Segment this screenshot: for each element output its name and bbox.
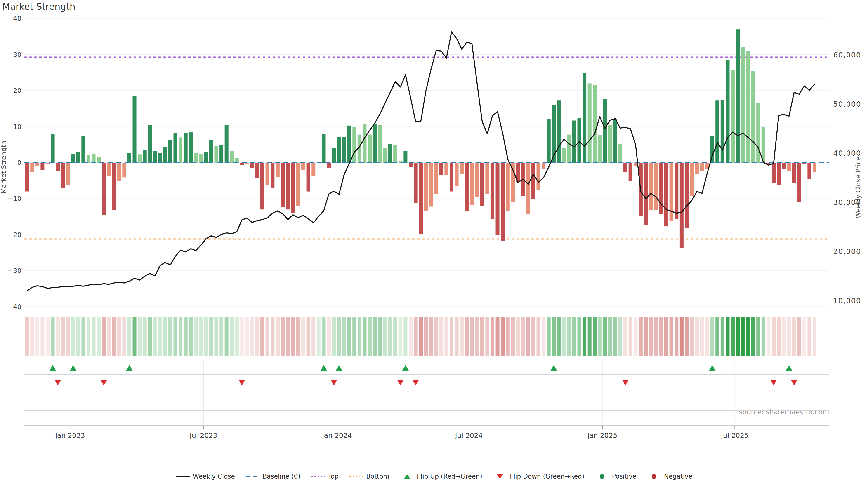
strength-bar (117, 163, 121, 182)
strength-bar (189, 132, 193, 163)
heatmap-cell (623, 317, 627, 356)
strength-bar (311, 163, 315, 175)
strength-bar (562, 148, 566, 163)
strength-bar (547, 119, 551, 163)
strength-bar (373, 124, 377, 163)
heatmap-cell (271, 317, 274, 356)
svg-text:−20: −20 (8, 231, 22, 238)
strength-bar (721, 100, 724, 163)
flip-up-icon (551, 365, 557, 370)
x-axis: Jan 2023Jul 2023Jan 2024Jul 2024Jan 2025… (55, 426, 749, 440)
heatmap-cell (608, 317, 612, 356)
heatmap-cell (485, 317, 489, 356)
heatmap-cell (102, 317, 106, 356)
strength-bar (296, 163, 300, 206)
heatmap-cell (439, 317, 443, 356)
heatmap-cell (475, 317, 479, 356)
heatmap-cell (649, 317, 653, 356)
heatmap-cell (521, 317, 525, 356)
strength-bar (598, 135, 602, 163)
top-dotted-swatch (311, 473, 325, 480)
legend-item: Negative (647, 473, 692, 480)
svg-text:10,000: 10,000 (833, 296, 861, 305)
strength-bar (409, 163, 412, 167)
heatmap-cell (378, 317, 382, 356)
heatmap-cell (710, 317, 714, 356)
strength-bar (797, 163, 801, 202)
strength-bar (403, 151, 407, 163)
heatmap-cell (363, 317, 366, 356)
strength-bar (787, 163, 791, 170)
strength-bar (194, 153, 198, 163)
strength-bar (685, 163, 688, 228)
strength-bar (97, 157, 101, 163)
heatmap-cell (286, 317, 290, 356)
heatmap-cell (414, 317, 418, 356)
heatmap-cell (403, 317, 407, 356)
strength-bar (434, 163, 438, 194)
strength-bar (736, 29, 740, 163)
flip-up-icon (786, 365, 792, 370)
strength-bar (460, 163, 464, 174)
x-tick-label: Jul 2023 (189, 431, 217, 440)
strength-bar (455, 163, 459, 186)
heatmap-cell (450, 317, 454, 356)
heatmap-cell (46, 317, 50, 356)
heatmap-cell (633, 317, 638, 356)
strength-bar (649, 163, 653, 210)
strength-bar (680, 163, 684, 248)
strength-bar (25, 163, 29, 192)
heatmap-cell (327, 317, 331, 356)
flip-down-icon (412, 380, 419, 385)
heatmap-cell (700, 317, 704, 356)
heatmap-cell (307, 317, 310, 356)
heatmap-cell (541, 317, 546, 356)
heatmap-cell (588, 317, 592, 356)
heatmap-cell (51, 317, 55, 356)
heatmap-cell (133, 317, 136, 356)
heatmap-cell (547, 317, 551, 356)
strength-bar (501, 163, 504, 241)
heatmap-cell (317, 317, 320, 356)
heatmap-cell (296, 317, 300, 356)
x-tick-label: Jul 2025 (721, 431, 749, 440)
heatmap-cell (721, 317, 724, 356)
flip-down-icon (239, 380, 245, 385)
heatmap-cell (291, 317, 295, 356)
strength-bar (613, 119, 617, 163)
heatmap-cell (368, 317, 372, 356)
heatmap-cell (383, 317, 387, 356)
heatmap-cell (562, 317, 566, 356)
heatmap-cell (388, 317, 392, 356)
heatmap-cell (71, 317, 75, 356)
flip-up-icon (709, 365, 715, 370)
strength-heatmap (25, 317, 816, 356)
strength-bar (419, 163, 423, 234)
strength-bar (577, 118, 581, 163)
heatmap-cell (25, 317, 29, 356)
heatmap-cell (501, 317, 504, 356)
strength-bar (444, 163, 448, 175)
heatmap-cell (76, 317, 80, 356)
positive-dot-icon (595, 473, 609, 480)
heatmap-cell (767, 317, 770, 356)
strength-bar (470, 163, 474, 205)
right-axis-title: Weekly Close Price (854, 157, 862, 219)
heatmap-cell (250, 317, 254, 356)
heatmap-cell (352, 317, 356, 356)
strength-bar (307, 163, 310, 192)
heatmap-cell (531, 317, 535, 356)
heatmap-cell (807, 317, 811, 356)
svg-text:−30: −30 (8, 267, 22, 274)
heatmap-cell (567, 317, 571, 356)
strength-bar (66, 163, 70, 185)
heatmap-cell (715, 317, 719, 356)
strength-bar (480, 163, 484, 206)
heatmap-cell (163, 317, 167, 356)
heatmap-cell (194, 317, 198, 356)
heatmap-cell (168, 317, 172, 356)
strength-bar (158, 153, 162, 163)
strength-bar (608, 125, 612, 163)
heatmap-cell (347, 317, 351, 356)
strength-bar (807, 163, 811, 179)
